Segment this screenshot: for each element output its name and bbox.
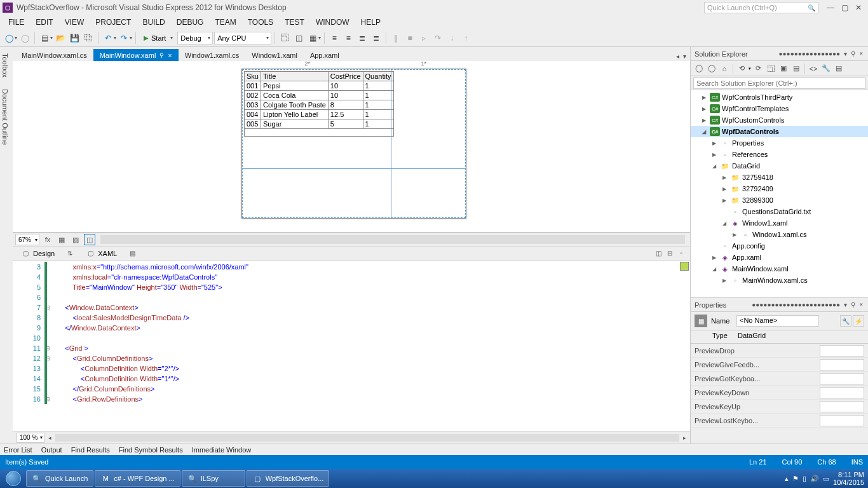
tree-node[interactable]: ▶C#WpfCustomControls xyxy=(691,114,868,126)
code-scrollbar[interactable] xyxy=(55,434,679,442)
tab-mainwindow-cs[interactable]: MainWindow.xaml.cs xyxy=(15,49,93,61)
designer-surface[interactable]: 2* 1* SkuTitleCostPriceQuantity 001Pepsi… xyxy=(13,61,690,233)
property-row[interactable]: PreviewGiveFeedb... xyxy=(691,358,868,372)
tab-app-xaml[interactable]: App.xaml xyxy=(304,49,346,61)
solution-tree[interactable]: ▶C#WpfControlsThirdParty▶C#WpfControlTem… xyxy=(691,90,868,297)
code-nav-right[interactable]: ▸ xyxy=(683,435,686,441)
code-content[interactable]: xmlns:x="http://schemas.microsoft.com/wi… xyxy=(52,261,690,431)
tree-node[interactable]: ▶C#WpfControlTemplates xyxy=(691,103,868,114)
tab-mainwindow-xaml[interactable]: MainWindow.xaml⚲× xyxy=(93,49,179,61)
menu-edit[interactable]: EDIT xyxy=(30,16,58,29)
tab-scroll-left[interactable]: ◂ xyxy=(675,51,681,61)
menu-test[interactable]: TEST xyxy=(279,16,310,29)
designer-tool-2[interactable]: ▦ xyxy=(56,234,67,245)
tree-node[interactable]: ◢📁DataGrid xyxy=(691,160,868,172)
taskbar-item[interactable]: ▢WpfStackOverflo... xyxy=(247,470,330,487)
redo-button[interactable]: ↷ xyxy=(118,32,130,44)
tab-dropdown[interactable]: ▾ xyxy=(682,51,688,61)
code-nav-left[interactable]: ◂ xyxy=(48,435,51,441)
tree-node[interactable]: ▶▫MainWindow.xaml.cs xyxy=(691,274,868,286)
designer-tool-1[interactable]: fx xyxy=(42,234,53,245)
tb-icon-5[interactable]: ≡ xyxy=(342,32,355,44)
xaml-tab[interactable]: ▢XAML xyxy=(81,247,121,260)
property-row[interactable]: PreviewGotKeyboa... xyxy=(691,372,868,386)
taskbar-item[interactable]: Mc# - WPF Design ... xyxy=(95,470,180,487)
tree-node[interactable]: ▶📁32792409 xyxy=(691,183,868,194)
menu-project[interactable]: PROJECT xyxy=(90,16,137,29)
platform-combo[interactable]: Any CPU xyxy=(214,32,271,44)
panel-close-icon[interactable]: × xyxy=(858,301,864,308)
tree-node[interactable]: ▶C#WpfControlsThirdParty xyxy=(691,92,868,103)
property-row[interactable]: PreviewLostKeybo... xyxy=(691,414,868,428)
tb-icon-1[interactable]: ⿹ xyxy=(278,32,291,44)
document-outline-tab[interactable]: Document Outline xyxy=(0,86,13,147)
split-collapse-icon[interactable]: ▫ xyxy=(676,248,686,259)
tree-node[interactable]: ▶📁32759418 xyxy=(691,172,868,183)
se-search-input[interactable] xyxy=(693,78,865,89)
tab-find-results[interactable]: Find Results xyxy=(71,446,110,454)
panel-pin-icon[interactable]: ⚲ xyxy=(850,301,857,308)
nav-forward-button[interactable]: ◯ xyxy=(18,32,31,44)
tree-node[interactable]: ▫QuestionsDataGrid.txt xyxy=(691,206,868,217)
undo-button[interactable]: ↶ xyxy=(102,32,114,44)
system-tray[interactable]: ▴ ⚑ ▯ 🔊 ▭ 8:11 PM10/4/2015 xyxy=(785,471,867,486)
menu-file[interactable]: FILE xyxy=(3,16,30,29)
panel-menu-icon[interactable]: ▾ xyxy=(843,50,848,57)
designer-scrollbar[interactable] xyxy=(100,235,685,244)
save-all-button[interactable]: ⿻ xyxy=(82,32,95,44)
tab-error-list[interactable]: Error List xyxy=(4,446,32,454)
tb-icon-2[interactable]: ◫ xyxy=(292,32,305,44)
split-v-icon[interactable]: ⊟ xyxy=(665,248,675,259)
tree-node[interactable]: ▫App.config xyxy=(691,240,868,252)
nav-back-button[interactable]: ◯ xyxy=(3,32,15,44)
code-zoom-combo[interactable]: 100 % xyxy=(17,433,44,443)
zoom-combo[interactable]: 67% xyxy=(15,234,39,245)
close-button[interactable]: ✕ xyxy=(851,3,865,12)
se-preview[interactable]: ▤ xyxy=(833,63,844,74)
designer-tool-4[interactable]: ◫ xyxy=(84,234,95,245)
tree-node[interactable]: ◢◈MainWindow.xaml xyxy=(691,263,868,274)
tab-find-symbol[interactable]: Find Symbol Results xyxy=(119,446,183,454)
se-wrench[interactable]: 🔧 xyxy=(820,63,832,74)
start-button[interactable] xyxy=(1,470,25,487)
stop-button[interactable]: ■ xyxy=(403,32,416,44)
maximize-button[interactable]: ▢ xyxy=(837,3,851,12)
tree-node[interactable]: ▶▫Properties xyxy=(691,137,868,149)
tree-node[interactable]: ▶▫Window1.xaml.cs xyxy=(691,229,868,240)
menu-build[interactable]: BUILD xyxy=(137,16,170,29)
property-row[interactable]: PreviewKeyUp xyxy=(691,400,868,414)
se-props[interactable]: ▤ xyxy=(790,63,802,74)
start-debug-button[interactable]: ▶Start▾ xyxy=(139,32,176,44)
minimize-button[interactable]: — xyxy=(824,3,837,12)
pause-button[interactable]: ‖ xyxy=(390,32,402,44)
se-refresh[interactable]: ⟳ xyxy=(752,63,764,74)
tb-icon-6[interactable]: ≣ xyxy=(356,32,369,44)
tree-node[interactable]: ◢C#WpfDataControls xyxy=(691,126,868,137)
tb-icon-7[interactable]: ≣ xyxy=(370,32,383,44)
props-events-icon[interactable]: ⚡ xyxy=(853,315,864,327)
panel-menu-icon[interactable]: ▾ xyxy=(843,301,848,308)
menu-view[interactable]: VIEW xyxy=(59,16,90,29)
se-view-code[interactable]: <> xyxy=(808,63,819,74)
se-show-all[interactable]: ▣ xyxy=(778,63,789,74)
xaml-code-editor[interactable]: 345678910111213141516 ⊟⊟⊟⊟ xmlns:x="http… xyxy=(13,261,690,431)
step-over-button[interactable]: ↷ xyxy=(431,32,444,44)
tree-node[interactable]: ◢◈Window1.xaml xyxy=(691,217,868,229)
tray-battery-icon[interactable]: ▭ xyxy=(823,475,829,483)
property-row[interactable]: PreviewKeyDown xyxy=(691,386,868,400)
tb-icon-4[interactable]: ≡ xyxy=(328,32,341,44)
save-button[interactable]: 💾 xyxy=(68,32,81,44)
se-collapse[interactable]: ⿹ xyxy=(765,63,776,74)
panel-pin-icon[interactable]: ⚲ xyxy=(850,50,857,57)
tree-node[interactable]: ▶▫References xyxy=(691,149,868,160)
split-h-icon[interactable]: ◫ xyxy=(653,248,663,259)
properties-grid[interactable]: PreviewDropPreviewGiveFeedb...PreviewGot… xyxy=(691,344,868,444)
tree-node[interactable]: ▶📁32899300 xyxy=(691,194,868,206)
config-combo[interactable]: Debug xyxy=(177,32,213,44)
tb-icon-3[interactable]: ▦ xyxy=(306,32,319,44)
designer-tool-3[interactable]: ▨ xyxy=(70,234,81,245)
toolbox-tab[interactable]: Toolbox xyxy=(0,51,13,80)
tab-window1-cs[interactable]: Window1.xaml.cs xyxy=(179,49,246,61)
menu-tools[interactable]: TOOLS xyxy=(242,16,279,29)
property-row[interactable]: PreviewDrop xyxy=(691,344,868,358)
